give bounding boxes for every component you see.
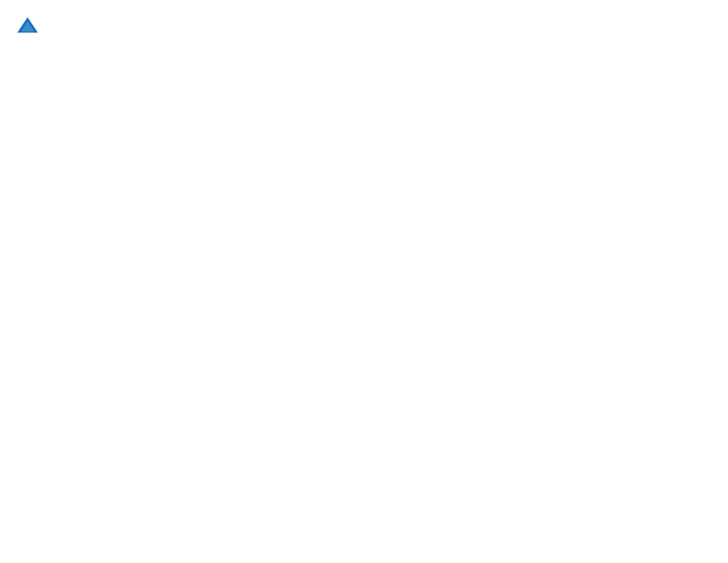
logo-icon [15, 15, 40, 40]
page-header [15, 15, 713, 40]
logo [15, 15, 44, 40]
